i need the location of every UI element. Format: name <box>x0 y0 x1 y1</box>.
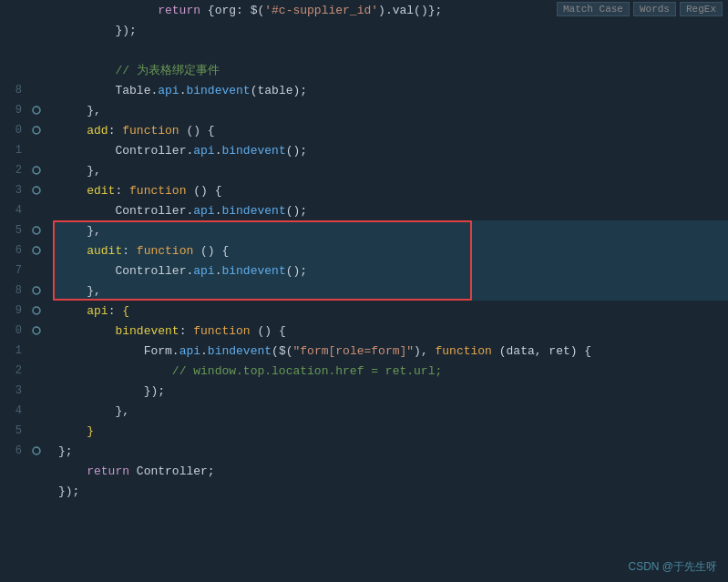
code-line: 4 Controller.api.bindevent(); <box>0 200 728 220</box>
line-content: }, <box>55 100 728 120</box>
fold-icon[interactable] <box>29 183 44 198</box>
fold-icon <box>29 63 44 77</box>
fold-icon[interactable] <box>29 303 44 318</box>
code-token: bindevent <box>115 324 179 338</box>
code-token: () { <box>251 324 286 338</box>
svg-point-4 <box>33 227 40 234</box>
line-gutter: 9 <box>0 301 55 321</box>
line-content: add: function () { <box>55 120 728 140</box>
line-content <box>55 40 728 60</box>
line-number: 4 <box>0 204 29 217</box>
line-content: edit: function () { <box>55 180 728 200</box>
line-number: 9 <box>0 304 29 317</box>
line-number: 5 <box>0 424 29 437</box>
code-token: : <box>179 324 194 338</box>
line-gutter: 3 <box>0 381 55 401</box>
line-content: }); <box>55 481 728 501</box>
code-token: }, <box>87 104 101 117</box>
line-number: 2 <box>0 164 29 177</box>
line-number: 7 <box>0 264 29 277</box>
code-token: Controller. <box>115 144 193 158</box>
svg-point-1 <box>33 127 40 134</box>
code-line: }); <box>0 481 728 501</box>
svg-point-2 <box>33 167 40 174</box>
code-token: ), <box>414 344 435 358</box>
code-token: }, <box>87 164 101 178</box>
code-token: function <box>137 244 193 258</box>
code-line: 6 audit: function () { <box>0 240 728 260</box>
line-content: }, <box>55 220 728 240</box>
line-gutter: 8 <box>0 80 55 100</box>
fold-icon <box>29 143 44 158</box>
code-token: : <box>122 244 137 258</box>
line-gutter <box>0 60 55 80</box>
code-line <box>0 40 728 60</box>
fold-icon[interactable] <box>29 163 44 178</box>
code-token: . <box>200 344 208 358</box>
fold-icon <box>29 464 44 478</box>
code-token: (data, ret) { <box>492 344 591 358</box>
fold-icon[interactable] <box>29 243 44 258</box>
fold-icon <box>29 43 44 57</box>
code-token: . <box>215 204 222 218</box>
fold-icon[interactable] <box>29 283 44 298</box>
svg-point-5 <box>33 247 40 254</box>
svg-point-8 <box>33 327 40 334</box>
code-token: (); <box>286 144 307 158</box>
code-line: 9 api: { <box>0 301 728 321</box>
line-number: 0 <box>0 324 29 337</box>
fold-icon <box>29 83 44 97</box>
code-token: }); <box>115 24 136 37</box>
code-token: . <box>179 84 187 97</box>
line-number: 0 <box>0 124 29 137</box>
code-token: function <box>436 344 492 358</box>
code-token: "form[role=form]" <box>292 344 414 358</box>
code-area: return {org: $('#c-supplier_id').val()};… <box>0 0 728 582</box>
fold-icon[interactable] <box>29 323 44 338</box>
code-token: }, <box>87 284 101 298</box>
line-content: // window.top.location.href = ret.url; <box>55 361 728 381</box>
code-token: } <box>87 424 94 438</box>
code-token: {org: $( <box>200 4 264 17</box>
fold-icon <box>29 263 44 278</box>
code-token: }, <box>115 404 129 418</box>
code-token: ($( <box>272 344 292 358</box>
line-number: 2 <box>0 364 29 377</box>
code-token: : <box>115 184 129 198</box>
code-token: bindevent <box>208 344 272 358</box>
line-content: Controller.api.bindevent(); <box>55 200 728 220</box>
fold-icon <box>29 23 44 37</box>
line-number: 9 <box>0 104 29 117</box>
code-token: Controller. <box>115 264 193 278</box>
line-content: }, <box>55 281 728 301</box>
code-token: api <box>179 344 200 358</box>
code-line: return Controller; <box>0 461 728 481</box>
line-content: }); <box>55 20 728 40</box>
line-gutter: 1 <box>0 140 55 160</box>
code-token: () { <box>193 244 229 258</box>
fold-icon[interactable] <box>29 444 44 458</box>
code-line: // 为表格绑定事件 <box>0 60 728 80</box>
line-gutter: 3 <box>0 180 55 200</box>
line-gutter <box>0 0 55 20</box>
code-line: 8 Table.api.bindevent(table); <box>0 80 728 100</box>
fold-icon[interactable] <box>29 223 44 238</box>
line-content: }); <box>55 381 728 401</box>
line-content: Controller.api.bindevent(); <box>55 140 728 160</box>
line-gutter: 5 <box>0 421 55 441</box>
code-line: 3 edit: function () { <box>0 180 728 200</box>
line-gutter: 0 <box>0 321 55 341</box>
code-line: 3 }); <box>0 381 728 401</box>
fold-icon[interactable] <box>29 123 44 138</box>
code-token: (); <box>286 204 307 218</box>
code-token: . <box>215 144 222 158</box>
fold-icon <box>29 484 44 498</box>
code-token: api <box>193 264 214 278</box>
fold-icon[interactable] <box>29 103 44 117</box>
code-token: // 为表格绑定事件 <box>115 62 219 78</box>
code-token: // window.top.location.href = ret.url; <box>172 364 442 378</box>
code-line: 1 Controller.api.bindevent(); <box>0 140 728 160</box>
code-token: : <box>108 304 123 318</box>
line-gutter <box>0 461 55 481</box>
code-token: : <box>108 124 123 138</box>
